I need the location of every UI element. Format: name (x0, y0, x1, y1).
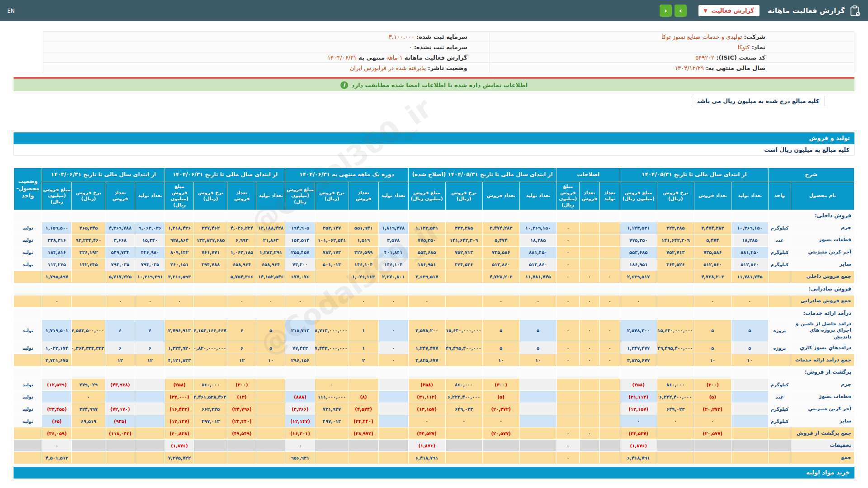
cell-ed_amt: ۰ (557, 427, 579, 440)
cell-l_rate (72, 440, 105, 452)
table-cell (194, 307, 227, 319)
registered-capital-label: سرمایه ثبت شده: (416, 33, 467, 40)
table-cell (315, 307, 349, 319)
cell-p1_amt: ۲,۵۷۸,۲۰۰ (620, 319, 657, 342)
cell-ed_amt: ۰ (557, 319, 579, 342)
col-group: اصلاحات (557, 168, 620, 182)
cell-l_amt: ۰ (42, 295, 72, 307)
cell-p2_sale: ۰ (482, 415, 519, 427)
unit-cell (768, 354, 791, 366)
cell-y_prod (256, 427, 285, 440)
section-amounts-note: کلیه مبالغ به میلیون ریال است (14, 144, 854, 155)
cell-y_sale: ۶۵۸,۹۶۴ (227, 258, 256, 271)
cell-p2_prod: ۰ (519, 295, 557, 307)
cell-l_sale: (۷۲,۱۷۰) (105, 403, 135, 415)
cell-p2_sale: (۳۰۰) (482, 379, 519, 391)
cell-m_rate: ۳۵۳,۱۲۷ (315, 222, 349, 234)
cell-m_sale: (۴,۵۲۴) (349, 403, 378, 415)
cell-m_amt: ۰ (285, 440, 315, 452)
cell-p2_rate: ۶۴۹,۰۲۳ (445, 403, 482, 415)
status-cell (14, 283, 42, 295)
cell-m_prod: ۰ (378, 354, 408, 366)
table-cell (349, 366, 378, 379)
table-row: جمع فروش صادراتی۰۰۰۰۰۰۰۰۰۰۰۰۰۰۰۰۰۰ (14, 295, 854, 307)
production-sales-table-wrap: شرحاز ابتدای سال مالی تا تاریخ ۱۴۰۴/۰۵/۳… (14, 168, 854, 464)
cell-ed_amt (557, 403, 579, 415)
cell-p2_rate (445, 271, 482, 283)
cell-p1_amt: ۱,۲۴۷,۴۷۷ (620, 342, 657, 354)
cell-l_prod: ۶ (135, 342, 165, 354)
cell-m_prod (378, 391, 408, 403)
table-row: آجر کربن منیزیتيکیلوگرم(۲۰,۲۷۲)۶۴۹,۰۲۳(۱… (14, 403, 854, 415)
cell-p2_rate: ۳۶۴,۵۲۶ (445, 258, 482, 271)
cell-ed_amt: ۰ (557, 271, 579, 283)
table-body: فروش داخلی:جرمکیلوگرم۱۰,۳۶۹,۱۵۰۳,۴۷۴,۲۸۳… (14, 210, 854, 464)
cell-p2_rate: ۰ (445, 415, 482, 427)
cell-ed_prod: ۰ (599, 271, 620, 283)
cell-p1_prod: ۵۱۲,۸۶۰ (731, 258, 768, 271)
table-cell (285, 366, 315, 379)
info-icon: i (340, 81, 348, 89)
cell-m_amt: (۱۶,۳۰۱) (285, 427, 315, 440)
cell-m_prod (378, 427, 408, 440)
table-row: آجر کربن منیزیتيکیلوگرم۸۸۱,۴۵۰۷۳۵,۵۸۶۷۵۲… (14, 246, 854, 258)
company-value: تولیدي و خدمات صنایع نسوز توکا (661, 33, 742, 40)
cell-l_sale: ۰ (105, 295, 135, 307)
language-toggle[interactable]: EN (7, 8, 15, 14)
table-row: قطعات نسوزعدد۱۸,۲۸۵۵,۴۷۴۱۴۱,۶۴۲,۳۰۹۷۷۵,۳… (14, 234, 854, 246)
cell-p1_prod: ۱۸,۲۸۵ (731, 234, 768, 246)
cell-l_rate: ۳۲۴,۹۹۷ (72, 403, 105, 415)
section-header-raw-materials: خرید مواد اولیه (14, 467, 854, 479)
report-type-dropdown[interactable]: گزارش فعالیت ▼ (698, 5, 760, 16)
cell-y_rate (194, 440, 227, 452)
cell-p1_rate: ۱۴۱,۶۴۲,۳۰۹ (657, 234, 694, 246)
col-group: از ابتدای سال مالی تا تاریخ ۱۴۰۴/۰۵/۳۱ (620, 168, 768, 182)
col-product-name: نام محصول (791, 182, 854, 210)
cell-m_prod: ۲,۳۷۰,۸۰۱ (378, 271, 408, 283)
cell-y_rate: ۲,۴۶۱,۵۳۸,۴۶۲ (194, 391, 227, 403)
cell-l_rate: ۱۷۰,۳۶۲,۳۳۳,۳۳۳ (72, 342, 105, 354)
product-name-cell: قطعات نسوز (791, 391, 854, 403)
cell-p1_sale: ۰ (694, 295, 731, 307)
cell-p2_rate: ۲۴۹,۴۹۵,۴۰۰,۰۰۰ (445, 342, 482, 354)
cell-p1_prod: ۸۸۱,۴۵۰ (731, 246, 768, 258)
cell-l_prod: ۱۰,۳۱۹,۳۹۱ (135, 271, 165, 283)
col-sub: مبلغ فروش (میلیون ریال) (285, 182, 315, 210)
table-row: درآمد حاصل از تامین و اجراي پروژه هاي تا… (14, 319, 854, 342)
table-cell (42, 307, 72, 319)
cell-l_rate: ۲۷۹,۰۲۹ (72, 379, 105, 391)
cell-y_rate (194, 271, 227, 283)
cell-l_prod: ۶ (135, 319, 165, 342)
table-cell (227, 283, 256, 295)
symbol-value: کتوکا (738, 44, 750, 51)
cell-m_rate (315, 440, 349, 452)
next-report-button[interactable]: › (675, 5, 687, 17)
cell-p1_sale: ۵,۴۷۴ (694, 234, 731, 246)
table-cell (165, 210, 194, 222)
cell-m_amt: (۱۲,۱۴۷) (285, 415, 315, 427)
cell-p1_amt: (۱,۸۷۶) (620, 440, 657, 452)
cell-p2_sale: ۵,۴۷۴ (482, 234, 519, 246)
previous-report-button[interactable]: ‹ (660, 5, 672, 17)
cell-p1_sale: ۴,۷۲۸,۲۰۳ (694, 271, 731, 283)
col-sub: تعداد فروش (105, 182, 135, 210)
table-cell (378, 210, 408, 222)
cell-ed_amt (557, 391, 579, 403)
table-cell (105, 210, 135, 222)
cell-ed_sale (579, 258, 599, 271)
cell-y_prod (256, 391, 285, 403)
table-cell (285, 210, 315, 222)
cell-l_amt: ۱۱۳,۲۶۵ (42, 258, 72, 271)
info-row: کد صنعت (ISIC): ۵۴۹۲۰۲ گزارش فعالیت ماها… (43, 52, 854, 63)
col-sub: تعداد تولید (599, 182, 620, 210)
table-cell (557, 307, 579, 319)
product-name-cell: جمع فروش داخلی (791, 271, 854, 283)
table-row: جمع برگشت از فروش(۲۰,۵۷۷)(۴۴,۵۲۷)۰۰(۲۰,۵… (14, 427, 854, 440)
cell-p1_sale (694, 452, 731, 464)
table-cell (731, 283, 768, 295)
cell-p1_sale: ۳,۴۷۴,۲۸۳ (694, 222, 731, 234)
cell-m_sale: ۱,۵۱۹ (349, 234, 378, 246)
cell-l_rate: ۰ (72, 391, 105, 403)
col-sub: تعداد فروش (482, 182, 519, 210)
cell-m_amt: ۷۷,۴۴۳ (285, 342, 315, 354)
